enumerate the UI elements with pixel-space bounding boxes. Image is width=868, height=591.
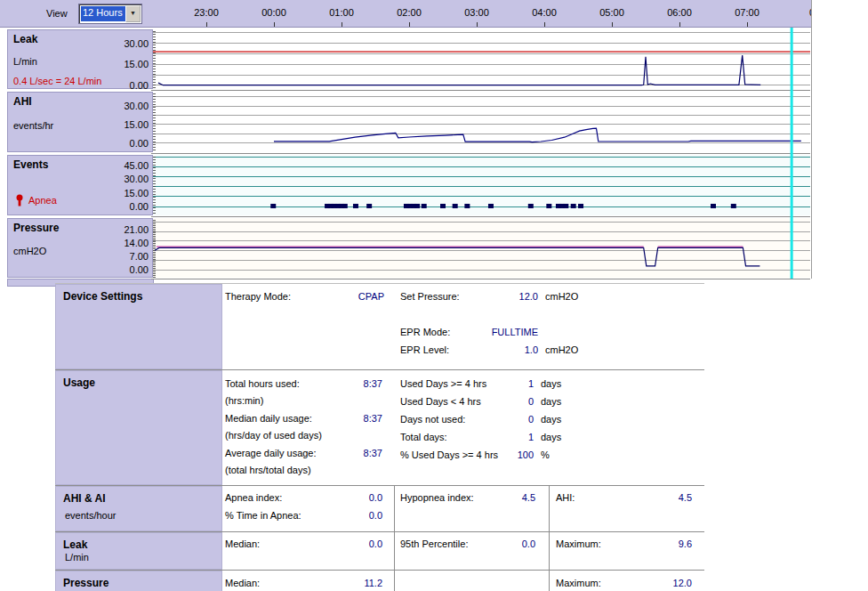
- leak-95th-value: 0.0: [482, 538, 535, 549]
- time-tick-label: 03:00: [454, 7, 499, 18]
- leak-ytick-label: 15.00: [99, 59, 149, 69]
- usage-header: Usage: [63, 376, 95, 389]
- apnea-events-marker: [366, 204, 372, 208]
- ahi-panel-unit: events/hr: [13, 120, 53, 131]
- pressure-median-label: Median:: [225, 578, 260, 588]
- average-usage-sub: (total hrs/total days): [225, 465, 311, 475]
- usage-row-header: Usage: [55, 370, 222, 485]
- used-days-ge4-value: 1: [480, 378, 534, 389]
- pressure-row-header: Pressure: [55, 571, 222, 591]
- events-plot[interactable]: [151, 155, 810, 216]
- time-tick-label: 08: [792, 7, 811, 18]
- total-hours-label: Total hours used:: [225, 378, 300, 389]
- events-panel-title: Events: [13, 158, 48, 171]
- pressure-plot[interactable]: [151, 218, 810, 279]
- leak-ytick-label: 30.00: [99, 38, 149, 49]
- apnea-events-marker: [546, 204, 551, 208]
- time-tick-label: 23:00: [184, 7, 229, 18]
- pressure-max-label: Maximum:: [556, 578, 601, 588]
- apnea-events-marker: [528, 204, 534, 208]
- time-tick-label: 04:00: [522, 7, 567, 18]
- apnea-events-marker: [422, 204, 427, 208]
- view-label: View: [46, 8, 68, 19]
- ahi-ytick-label: 15.00: [99, 119, 149, 130]
- apnea-events-marker: [440, 204, 446, 208]
- epr-level-label: EPR Level:: [400, 344, 449, 355]
- ahi-ytick-label: 0.00: [99, 138, 149, 149]
- ahi-ai-header: AHI & AI: [63, 492, 106, 505]
- ahi-ytick-label: 30.00: [99, 101, 149, 111]
- time-tick-mark: [747, 22, 748, 27]
- apnea-events-marker: [571, 204, 576, 208]
- pressure-ytick-label: 14.00: [99, 238, 149, 248]
- pressure-ytick-label: 7.00: [99, 251, 149, 262]
- view-toolbar: View 12 Hours ▼ 23:0000:0001:0002:0003:0…: [0, 0, 811, 28]
- leak-header: Leak: [63, 538, 87, 551]
- time-tick-label: 01:00: [319, 7, 364, 18]
- dropdown-arrow-icon[interactable]: ▼: [125, 5, 141, 22]
- median-usage-label: Median daily usage:: [225, 413, 312, 424]
- days-not-used-value: 0: [480, 414, 534, 425]
- apnea-events-marker: [563, 204, 568, 208]
- leak-threshold-note: 0.4 L/sec = 24 L/min: [13, 76, 101, 86]
- hypopnea-index-label: Hypopnea index:: [400, 492, 474, 503]
- pressure-panel-unit: cmH2O: [13, 246, 46, 256]
- time-in-apnea-label: % Time in Apnea:: [225, 510, 301, 521]
- median-usage-value: 8:37: [329, 413, 382, 424]
- used-days-lt4-unit: days: [541, 396, 561, 407]
- ahi-panel-title: AHI: [13, 95, 32, 108]
- time-tick-label: 06:00: [657, 7, 702, 18]
- ahi-plot[interactable]: [151, 92, 810, 153]
- apnea-legend-label: Apnea: [28, 195, 57, 206]
- pressure-ytick-label: 21.00: [99, 224, 149, 235]
- apnea-events-marker: [488, 204, 494, 208]
- days-not-used-unit: days: [541, 414, 561, 425]
- average-usage-label: Average daily usage:: [225, 448, 317, 458]
- hypopnea-index-value: 4.5: [482, 492, 535, 503]
- time-tick-label: 02:00: [387, 7, 431, 18]
- ahi-ai-row-header: AHI & AI events/hour: [55, 486, 222, 531]
- leak-unit: L/min: [65, 552, 89, 563]
- events-ytick-label: 30.00: [99, 174, 149, 184]
- total-hours-sub: (hrs:min): [225, 395, 263, 406]
- time-tick-mark: [544, 22, 545, 27]
- resscan-report-window: View 12 Hours ▼ 23:0000:0001:0002:0003:0…: [0, 0, 868, 591]
- column-divider: [394, 485, 395, 591]
- leak-max-value: 9.6: [639, 538, 692, 549]
- leak-row-header: Leak L/min: [55, 532, 222, 570]
- apnea-events-marker: [578, 204, 583, 208]
- epr-mode-value: FULLTIME: [449, 327, 538, 337]
- used-days-lt4-value: 0: [480, 396, 534, 407]
- ahi-total-value: 4.5: [639, 492, 692, 503]
- row-divider: [55, 485, 704, 486]
- time-in-apnea-value: 0.0: [329, 510, 382, 521]
- leak-max-label: Maximum:: [556, 538, 601, 549]
- column-divider: [549, 485, 550, 591]
- ahi-ai-unit: events/hour: [65, 510, 116, 521]
- leak-ytick-label: 0.00: [99, 80, 149, 91]
- apnea-events-marker: [270, 204, 276, 208]
- epr-level-unit: cmH2O: [545, 344, 578, 355]
- time-tick-mark: [409, 22, 410, 27]
- time-tick-mark: [679, 22, 680, 27]
- pressure-header: Pressure: [63, 577, 108, 589]
- total-days-label: Total days:: [400, 432, 447, 442]
- pressure-panel-title: Pressure: [13, 222, 59, 234]
- pct-used-days-unit: %: [541, 449, 550, 460]
- view-range-dropdown[interactable]: 12 Hours ▼: [78, 4, 142, 24]
- events-ytick-label: 15.00: [99, 188, 149, 198]
- apnea-index-label: Apnea index:: [225, 492, 282, 503]
- pressure-ytick-label: 0.00: [99, 264, 149, 275]
- time-tick-mark: [206, 22, 207, 27]
- events-ytick-label: 0.00: [99, 201, 149, 212]
- apnea-icon: [15, 194, 24, 206]
- view-range-selected-value[interactable]: 12 Hours: [81, 6, 126, 21]
- time-tick-mark: [612, 22, 613, 27]
- epr-level-value: 1.0: [480, 344, 538, 355]
- apnea-events-marker: [353, 204, 358, 208]
- pressure-max-value: 12.0: [639, 578, 692, 588]
- time-tick-label: 07:00: [725, 7, 769, 18]
- leak-plot[interactable]: [151, 29, 810, 90]
- apnea-index-value: 0.0: [329, 492, 382, 503]
- used-days-ge4-unit: days: [541, 378, 561, 389]
